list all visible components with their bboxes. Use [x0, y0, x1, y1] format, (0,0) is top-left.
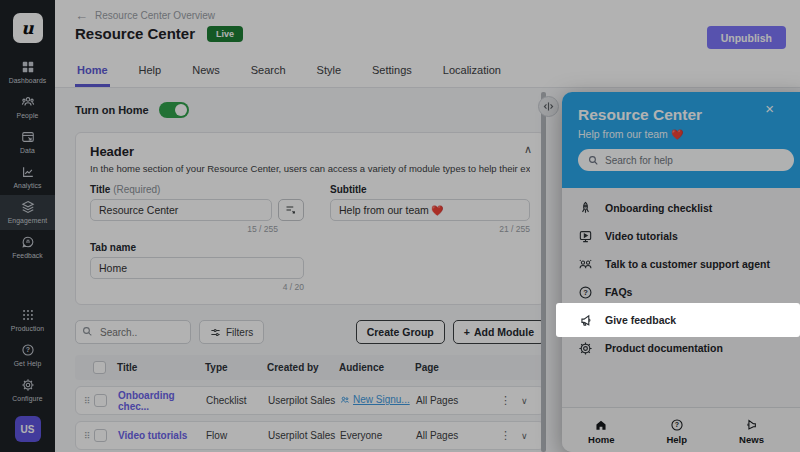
megaphone-icon [578, 313, 593, 328]
app-root: u Dashboards People Data Analytics Engag… [0, 0, 800, 452]
dim-overlay [0, 0, 800, 452]
spotlight-label: Give feedback [605, 314, 676, 326]
spotlight-give-feedback[interactable]: Give feedback [556, 303, 800, 337]
